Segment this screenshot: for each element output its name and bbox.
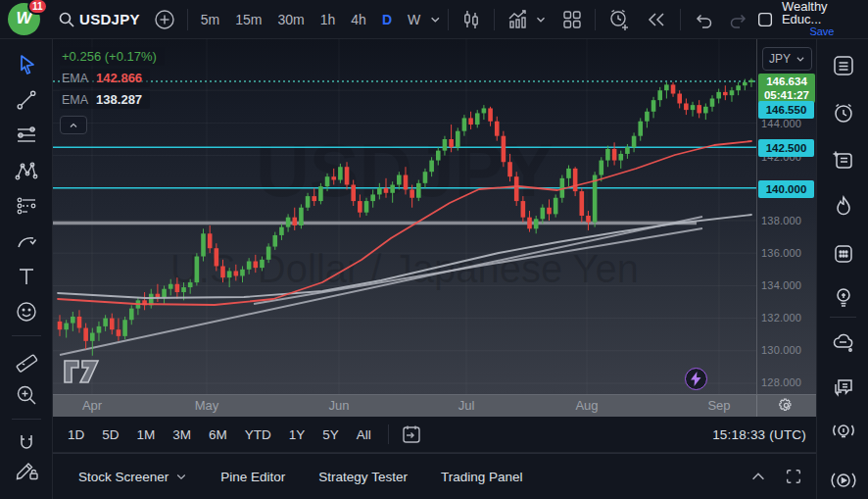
expand-panel-chevron-icon[interactable] [749,468,767,485]
line-price-label: 146.550 [758,101,814,119]
toolbar-divider [448,9,449,30]
sidebar-divider [830,317,856,318]
timeframe-W[interactable]: W [400,12,428,27]
minds-button[interactable] [829,328,858,358]
price-axis[interactable]: JPY 146.634 05:41:27 144.000142.000138.0… [756,39,816,394]
ema-legend-row[interactable]: EMA 138.287 [60,90,150,109]
agent-lightning-button[interactable] [685,368,707,390]
xabcd-pattern-icon [14,158,39,183]
fullscreen-icon[interactable] [785,468,802,485]
save-link[interactable]: Save [809,25,834,38]
ruler-icon [14,347,39,373]
drawing-lock-button[interactable] [8,452,45,487]
alerts-button[interactable] [829,98,858,127]
flame-icon [833,195,854,219]
symbol-search-button[interactable]: USDJPY [51,5,147,34]
text-tool-button[interactable] [8,259,45,294]
create-alert-button[interactable] [601,5,638,34]
range-1d[interactable]: 1D [59,424,93,446]
drawing-toolbar [0,39,53,499]
streams-button[interactable] [829,417,858,446]
right-sidebar [816,39,868,499]
calendar-button[interactable] [829,239,858,269]
chevron-down-icon [175,471,187,482]
range-6m[interactable]: 6M [200,424,236,446]
timeframe-1h[interactable]: 1h [313,12,344,27]
app-logo[interactable]: W 11 [0,0,51,39]
time-axis-month: Jul [458,398,475,413]
timeframe-D[interactable]: D [374,12,400,27]
go-to-date-button[interactable] [397,420,426,449]
timeframe-30m[interactable]: 30m [270,12,313,27]
layout-grid-button[interactable] [555,5,590,34]
fib-retracement-icon [14,123,39,148]
chart-row: USDJPYU.S. Dollar / Japanese Yen +0.256 … [53,39,816,394]
currency-unit-button[interactable]: JPY [762,47,812,71]
range-all[interactable]: All [348,424,380,446]
ideas-button[interactable] [829,282,858,312]
symbol-name: USDJPY [79,11,140,27]
range-5y[interactable]: 5Y [313,424,348,446]
zoom-in-tool-button[interactable] [8,377,45,413]
trend-line-tool-button[interactable] [8,82,45,118]
time-axis-month: Sep [707,398,730,413]
measure-tool-button[interactable] [8,342,45,377]
notification-badge: 11 [27,0,48,15]
chat-button[interactable] [829,373,858,402]
range-1y[interactable]: 1Y [280,424,314,446]
pencil-lock-icon [13,456,40,483]
legend-collapse-button[interactable] [60,116,87,134]
timeframe-4h[interactable]: 4h [343,12,374,27]
pattern-tool-button[interactable] [8,153,45,188]
time-axis[interactable]: AprMayJunJulAugSep [53,394,816,417]
utc-clock[interactable]: 15:18:33 (UTC) [712,427,806,442]
candlestick-style-icon [460,9,482,30]
prediction-tool-button[interactable] [8,188,45,224]
indicators-button[interactable] [500,5,555,34]
range-3m[interactable]: 3M [164,424,200,446]
emoji-tool-button[interactable] [8,294,45,329]
brush-tool-button[interactable] [8,224,45,259]
date-range-bar: 1D5D1M3M6MYTD1Y5YAll 15:18:33 (UTC) [53,417,816,453]
chart-legend: +0.256 (+0.17%) EMA 142.866 EMA 138.287 [60,47,165,134]
text-icon [14,264,39,289]
notes-button[interactable] [829,145,858,175]
trading-panel-tab[interactable]: Trading Panel [429,464,535,490]
layout-name-button[interactable]: Wealthy Educ... Save [782,0,862,38]
save-layout-icon[interactable] [756,10,774,29]
trading-panel-label: Trading Panel [441,470,523,484]
compare-add-symbol-button[interactable] [147,5,182,34]
hotlists-button[interactable] [829,192,858,222]
watchlist-button[interactable] [829,51,858,80]
smiley-icon [14,299,39,324]
pine-editor-tab[interactable]: Pine Editor [209,464,297,490]
chart-style-button[interactable] [454,5,489,34]
chevron-up-icon [68,120,79,131]
cursor-tool-button[interactable] [8,47,45,82]
bar-replay-button[interactable] [638,5,675,34]
chevron-down-icon[interactable] [428,12,443,27]
pine-editor-label: Pine Editor [220,470,285,484]
time-axis-month: May [195,398,219,413]
timeframe-15m[interactable]: 15m [227,12,269,27]
brush-icon [14,228,39,254]
range-ytd[interactable]: YTD [236,424,280,446]
strategy-tester-tab[interactable]: Strategy Tester [307,464,419,490]
stock-screener-tab[interactable]: Stock Screener [67,464,199,490]
chart-settings-gear-icon[interactable] [778,397,795,417]
fib-retracement-tool-button[interactable] [8,118,45,153]
timeframe-5m[interactable]: 5m [193,12,227,27]
time-axis-month: Jun [329,398,350,413]
range-5d[interactable]: 5D [93,424,127,446]
strategy-tester-label: Strategy Tester [318,470,408,484]
ema-legend-row[interactable]: EMA 142.866 [60,69,150,87]
chart-pane[interactable]: USDJPYU.S. Dollar / Japanese Yen +0.256 … [53,39,756,394]
price-tick-label: 134.000 [761,279,801,291]
range-1m[interactable]: 1M [128,424,165,446]
chevron-down-icon[interactable] [534,13,548,26]
live-streams-button[interactable] [829,466,858,495]
redo-button[interactable] [721,5,756,34]
time-axis-month: Apr [82,398,102,413]
tradingview-watermark-logo[interactable] [63,357,104,386]
undo-button[interactable] [686,5,721,34]
